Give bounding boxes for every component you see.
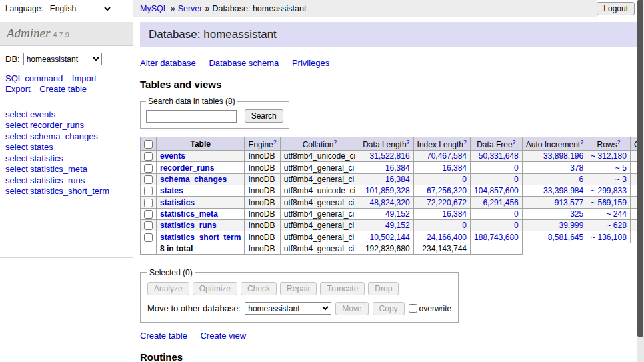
- index-length-link[interactable]: 0: [462, 175, 467, 184]
- auto-increment-link[interactable]: 39,999: [559, 221, 583, 230]
- auto-increment-link[interactable]: 6: [579, 175, 583, 184]
- select-link[interactable]: select: [5, 164, 28, 174]
- move-db-select[interactable]: homeassistant: [245, 302, 331, 315]
- table-name-link[interactable]: events: [30, 109, 55, 119]
- data-length-link[interactable]: 31,522,816: [370, 151, 410, 161]
- rows-count-link[interactable]: ~ 312,180: [591, 151, 627, 161]
- vertical-scrollbar[interactable]: [637, 0, 644, 362]
- privileges-link[interactable]: Privileges: [292, 58, 329, 68]
- create-view-link[interactable]: Create view: [200, 331, 246, 341]
- create-table-link[interactable]: Create table: [39, 84, 87, 94]
- select-link[interactable]: select: [5, 175, 28, 185]
- select-link[interactable]: select: [5, 120, 28, 130]
- table-link[interactable]: statistics_short_term: [160, 233, 241, 242]
- check-button[interactable]: Check: [241, 282, 277, 295]
- index-length-link[interactable]: 16,384: [442, 209, 467, 219]
- rows-count-link[interactable]: ~ 5: [615, 163, 627, 173]
- truncate-button[interactable]: Truncate: [320, 282, 365, 295]
- table-name-link[interactable]: states: [30, 142, 53, 152]
- row-checkbox[interactable]: [144, 221, 153, 230]
- table-link[interactable]: recorder_runs: [160, 163, 214, 173]
- rows-count-link[interactable]: ~ 299,833: [591, 186, 627, 195]
- data-free-link[interactable]: 0: [514, 175, 519, 184]
- select-link[interactable]: select: [5, 131, 28, 141]
- export-link[interactable]: Export: [5, 84, 31, 94]
- select-link[interactable]: select: [5, 153, 28, 163]
- data-free-help-link[interactable]: ?: [513, 139, 516, 145]
- table-link[interactable]: schema_changes: [160, 175, 227, 184]
- search-input[interactable]: [146, 110, 237, 123]
- table-name-link[interactable]: statistics: [30, 153, 63, 163]
- data-free-link[interactable]: 0: [514, 163, 519, 173]
- row-checkbox[interactable]: [144, 152, 153, 161]
- row-checkbox[interactable]: [144, 199, 153, 207]
- analyze-button[interactable]: Analyze: [147, 282, 189, 295]
- create-table-link-main[interactable]: Create table: [140, 331, 187, 341]
- rows-help-link[interactable]: ?: [617, 139, 621, 145]
- row-checkbox[interactable]: [144, 175, 153, 184]
- table-link[interactable]: states: [160, 186, 183, 195]
- database-schema-link[interactable]: Database schema: [209, 58, 279, 68]
- rows-count-link[interactable]: ~ 136,108: [591, 233, 627, 242]
- index-length-link[interactable]: 67,256,320: [427, 186, 467, 195]
- db-select[interactable]: homeassistant: [23, 53, 102, 65]
- data-free-link[interactable]: 104,857,600: [474, 186, 519, 195]
- index-length-link[interactable]: 0: [462, 221, 467, 230]
- copy-button[interactable]: Copy: [373, 302, 405, 315]
- table-link[interactable]: statistics: [160, 198, 195, 207]
- select-link[interactable]: select: [5, 186, 28, 196]
- auto-increment-link[interactable]: 33,398,984: [543, 186, 583, 195]
- collation-help-link[interactable]: ?: [333, 139, 337, 145]
- index-length-link[interactable]: 24,166,400: [427, 233, 467, 242]
- table-link[interactable]: statistics_runs: [160, 221, 217, 230]
- data-free-link[interactable]: 50,331,648: [479, 151, 519, 161]
- data-free-link[interactable]: 6,291,456: [483, 198, 518, 207]
- data-length-link[interactable]: 16,384: [385, 163, 410, 173]
- index-length-link[interactable]: 72,220,672: [427, 198, 467, 207]
- language-select[interactable]: English: [47, 3, 113, 15]
- auto-increment-link[interactable]: 913,577: [555, 198, 583, 207]
- rows-count-link[interactable]: ~ 569,159: [591, 198, 627, 207]
- index-length-link[interactable]: 16,384: [442, 163, 467, 173]
- select-link[interactable]: select: [5, 142, 28, 152]
- rows-count-link[interactable]: ~ 628: [607, 221, 627, 230]
- breadcrumb-server-link[interactable]: Server: [178, 4, 203, 13]
- auto-increment-link[interactable]: 8,581,645: [548, 233, 583, 242]
- row-checkbox[interactable]: [144, 210, 153, 219]
- engine-help-link[interactable]: ?: [273, 139, 277, 145]
- table-link[interactable]: statistics_meta: [160, 209, 218, 219]
- data-free-link[interactable]: 188,743,680: [474, 233, 519, 242]
- auto-increment-link[interactable]: 378: [570, 163, 583, 173]
- sql-command-link[interactable]: SQL command: [5, 73, 63, 83]
- table-name-link[interactable]: schema_changes: [30, 131, 98, 141]
- breadcrumb-mysql-link[interactable]: MySQL: [140, 4, 168, 13]
- table-name-link[interactable]: recorder_runs: [30, 120, 84, 130]
- data-free-link[interactable]: 0: [514, 221, 519, 230]
- index-length-link[interactable]: 70,467,584: [427, 151, 467, 161]
- row-checkbox[interactable]: [144, 233, 153, 242]
- table-name-link[interactable]: statistics_short_term: [30, 186, 109, 196]
- auto-increment-link[interactable]: 325: [570, 209, 583, 219]
- data-length-link[interactable]: 101,859,328: [365, 186, 410, 195]
- rows-count-link[interactable]: ~ 3: [615, 175, 627, 184]
- select-all-checkbox[interactable]: [144, 140, 153, 149]
- data-length-link[interactable]: 49,152: [385, 209, 410, 219]
- table-name-link[interactable]: statistics_runs: [30, 175, 85, 185]
- scrollbar-thumb[interactable]: [637, 0, 643, 337]
- alter-database-link[interactable]: Alter database: [140, 58, 196, 68]
- search-button[interactable]: Search: [245, 109, 283, 123]
- data-length-link[interactable]: 48,824,320: [370, 198, 410, 207]
- rows-count-link[interactable]: ~ 244: [607, 209, 627, 219]
- data-length-help-link[interactable]: ?: [407, 139, 410, 145]
- data-length-link[interactable]: 10,502,144: [370, 233, 410, 242]
- table-name-link[interactable]: statistics_meta: [30, 164, 87, 174]
- data-free-link[interactable]: 0: [514, 209, 519, 219]
- optimize-button[interactable]: Optimize: [193, 282, 237, 295]
- row-checkbox[interactable]: [144, 187, 153, 195]
- drop-button[interactable]: Drop: [368, 282, 399, 295]
- table-link[interactable]: events: [160, 151, 185, 161]
- repair-button[interactable]: Repair: [280, 282, 317, 295]
- overwrite-checkbox[interactable]: [409, 304, 417, 313]
- logout-button[interactable]: Logout: [597, 2, 635, 15]
- data-length-link[interactable]: 49,152: [385, 221, 410, 230]
